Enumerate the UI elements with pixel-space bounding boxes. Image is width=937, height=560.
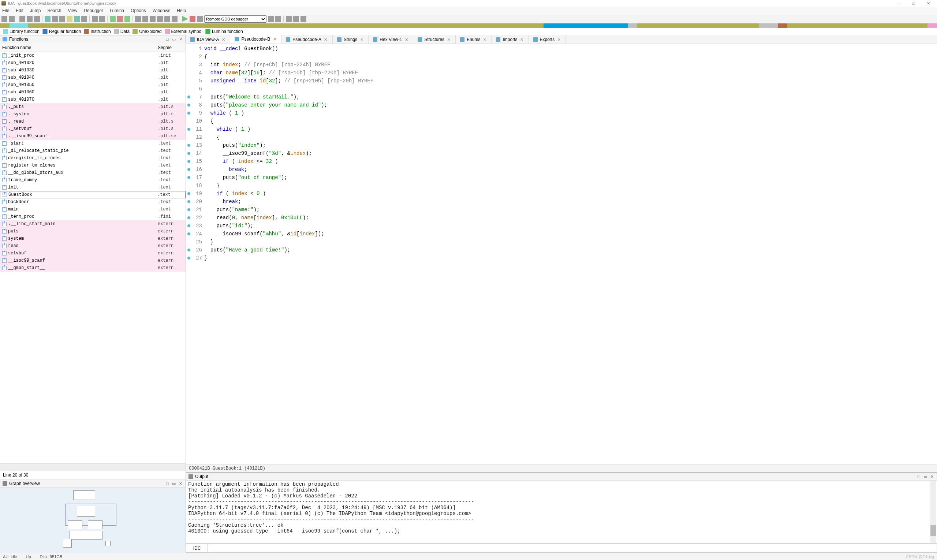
zoom-icon[interactable] xyxy=(81,16,87,22)
function-row[interactable]: _dl_relocate_static_pie.text xyxy=(0,147,186,154)
menu-file[interactable]: File xyxy=(2,8,9,13)
function-row[interactable]: systemextern xyxy=(0,235,186,242)
code-line[interactable]: puts("name:"); xyxy=(204,206,937,214)
code-line[interactable]: unsigned __int8 id[32]; // [rsp+210h] [r… xyxy=(204,77,937,85)
function-row[interactable]: _init_proc.init xyxy=(0,52,186,59)
code-line[interactable]: { xyxy=(204,53,937,61)
menu-edit[interactable]: Edit xyxy=(16,8,23,13)
maximize-button[interactable]: □ xyxy=(906,1,921,6)
panel-max-button[interactable]: ▭ xyxy=(171,481,177,486)
function-row[interactable]: register_tm_clones.text xyxy=(0,162,186,169)
function-row[interactable]: GuestBook.text xyxy=(0,191,186,198)
function-row[interactable]: ._read.plt.s xyxy=(0,118,186,125)
tab-close-icon[interactable]: ✕ xyxy=(446,37,451,42)
function-row[interactable]: ._system.plt.s xyxy=(0,111,186,118)
panel-close-button[interactable]: ✕ xyxy=(929,474,934,479)
code-line[interactable]: { xyxy=(204,133,937,141)
breakpoint-dot[interactable] xyxy=(188,192,190,195)
function-row[interactable]: ._puts.plt.s xyxy=(0,103,186,111)
code-line[interactable]: puts("id:"); xyxy=(204,222,937,230)
dropdown-icon[interactable] xyxy=(34,16,40,22)
debugger-select[interactable]: Remote GDB debugger xyxy=(204,15,266,23)
code-line[interactable]: puts("Welcome to starRail."); xyxy=(204,93,937,101)
navigation-band[interactable] xyxy=(0,23,937,28)
breakpoint-dot[interactable] xyxy=(188,144,190,147)
tab-close-icon[interactable]: ✕ xyxy=(359,37,364,42)
breakpoint-dot[interactable] xyxy=(188,208,190,211)
panel-dock-button[interactable]: □ xyxy=(165,481,170,486)
idc-tab[interactable]: IDC xyxy=(186,543,208,553)
function-row[interactable]: __do_global_dtors_aux.text xyxy=(0,169,186,177)
tab-pseudocode-b[interactable]: Pseudocode-B✕ xyxy=(230,35,282,43)
output-text[interactable]: Function argument information has been p… xyxy=(186,481,937,543)
menu-jump[interactable]: Jump xyxy=(30,8,41,13)
forward-icon[interactable] xyxy=(27,16,32,22)
menu-view[interactable]: View xyxy=(68,8,77,13)
code-line[interactable]: puts("Have a good time!"); xyxy=(204,246,937,254)
lumina-push-icon[interactable] xyxy=(293,16,299,22)
tab-close-icon[interactable]: ✕ xyxy=(482,37,487,42)
code-line[interactable]: } xyxy=(204,254,937,262)
function-row[interactable]: main.text xyxy=(0,206,186,213)
function-row[interactable]: ._setvbuf.plt.s xyxy=(0,125,186,132)
output-scroll-thumb[interactable] xyxy=(931,525,936,536)
xref-icon[interactable] xyxy=(164,16,170,22)
breakpoint-dot[interactable] xyxy=(188,176,190,179)
code-line[interactable]: puts("index"); xyxy=(204,141,937,149)
menu-lumina[interactable]: Lumina xyxy=(110,8,124,13)
breakpoint-dot[interactable] xyxy=(188,128,190,131)
panel-dock-button[interactable]: □ xyxy=(916,474,921,479)
code-line[interactable] xyxy=(204,85,937,93)
breakpoint-dot[interactable] xyxy=(188,112,190,115)
function-row[interactable]: sub_401040.plt xyxy=(0,74,186,81)
panel-max-button[interactable]: ▭ xyxy=(923,474,928,479)
function-row[interactable]: putsextern xyxy=(0,228,186,235)
function-row[interactable]: init.text xyxy=(0,184,186,191)
functions-hscroll[interactable] xyxy=(0,463,186,471)
struct-icon[interactable] xyxy=(142,16,148,22)
debug-stop-icon[interactable] xyxy=(189,16,195,22)
breakpoint-dot[interactable] xyxy=(188,160,190,163)
function-row[interactable]: setvbufextern xyxy=(0,249,186,257)
function-row[interactable]: sub_401030.plt xyxy=(0,67,186,74)
breakpoint-dot[interactable] xyxy=(188,225,190,227)
function-row[interactable]: sub_401050.plt xyxy=(0,81,186,89)
breakpoint-dot[interactable] xyxy=(188,168,190,171)
function-row[interactable]: _term_proc.fini xyxy=(0,213,186,220)
tab-close-icon[interactable]: ✕ xyxy=(404,37,408,42)
tab-exports[interactable]: Exports✕ xyxy=(529,35,566,43)
tab-imports[interactable]: Imports✕ xyxy=(492,35,529,43)
breakpoint-dot[interactable] xyxy=(188,249,190,251)
menu-windows[interactable]: Windows xyxy=(152,8,171,13)
function-row[interactable]: sub_401060.plt xyxy=(0,89,186,96)
code-line[interactable]: while ( 1 ) xyxy=(204,109,937,117)
open-icon[interactable] xyxy=(2,16,7,22)
tab-close-icon[interactable]: ✕ xyxy=(221,37,225,42)
tab-hex-view-1[interactable]: Hex View-1✕ xyxy=(369,35,413,43)
function-row[interactable]: __isoc99_scanfextern xyxy=(0,257,186,264)
functions-list[interactable]: _init_proc.initsub_401020.pltsub_401030.… xyxy=(0,52,186,463)
code-line[interactable]: puts("please enter your name and id"); xyxy=(204,101,937,109)
text-icon[interactable] xyxy=(45,16,51,22)
tab-structures[interactable]: Structures✕ xyxy=(413,35,456,43)
code-line[interactable]: } xyxy=(204,182,937,189)
script-icon[interactable] xyxy=(135,16,141,22)
bin-icon[interactable] xyxy=(74,16,80,22)
menu-options[interactable]: Options xyxy=(131,8,146,13)
idc-input[interactable] xyxy=(208,543,937,553)
debug-pause-icon[interactable] xyxy=(197,16,203,22)
save-icon[interactable] xyxy=(9,16,15,22)
bp-green-icon[interactable] xyxy=(110,16,115,22)
bp-red-icon[interactable] xyxy=(117,16,123,22)
menu-search[interactable]: Search xyxy=(47,8,61,13)
breakpoint-dot[interactable] xyxy=(188,257,190,260)
lumina-view-icon[interactable] xyxy=(300,16,306,22)
breakpoint-dot[interactable] xyxy=(188,95,190,98)
code-line[interactable]: break; xyxy=(204,165,937,174)
panel-close-button[interactable]: ✕ xyxy=(178,37,183,42)
function-row[interactable]: deregister_tm_clones.text xyxy=(0,154,186,162)
breakpoint-dot[interactable] xyxy=(188,152,190,155)
step-over-icon[interactable] xyxy=(268,16,274,22)
breakpoint-dot[interactable] xyxy=(188,103,190,106)
code-line[interactable]: } xyxy=(204,238,937,246)
